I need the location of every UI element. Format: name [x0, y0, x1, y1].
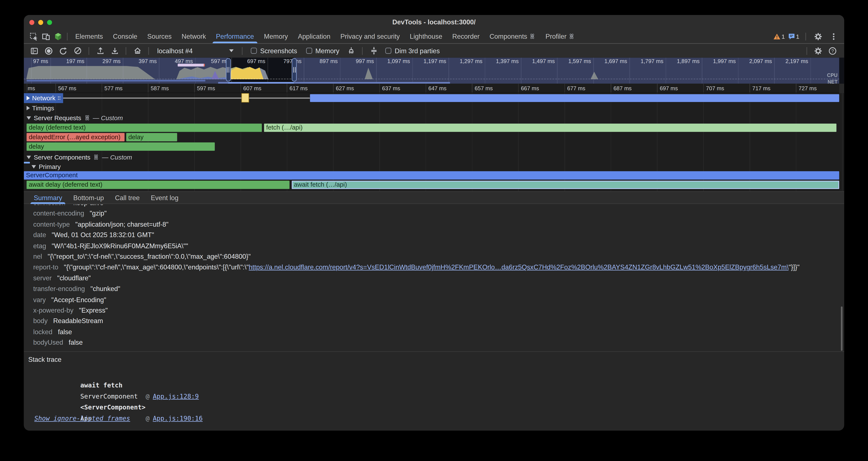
source-location-link[interactable]: App.js:128:9	[153, 392, 198, 400]
panel-tab[interactable]: Recorder	[447, 29, 485, 43]
divider	[242, 47, 243, 55]
panel-tab[interactable]: Memory	[259, 29, 293, 43]
scrollbar-thumb[interactable]	[841, 307, 843, 351]
header-row: content-type"application/json; charset=u…	[33, 220, 844, 230]
panel-tab-label: Lighthouse	[410, 32, 442, 40]
summary-pane[interactable]: connection"keep-alive" content-encoding"…	[24, 204, 844, 351]
help-icon[interactable]: ?	[827, 45, 839, 56]
detail-tabbar: SummaryBottom-upCall treeEvent log	[24, 191, 844, 204]
minimap-selection-handle[interactable]	[292, 58, 297, 82]
panel-tab[interactable]: Lighthouse	[405, 29, 447, 43]
profile-select[interactable]: localhost #4	[154, 46, 237, 55]
timing-bar[interactable]: fetch (…/api)	[264, 123, 836, 132]
detail-tab[interactable]: Event log	[145, 192, 184, 203]
header-row: bodyReadableStream	[33, 316, 844, 327]
header-key: body	[33, 317, 48, 325]
device-toolbar-icon[interactable]	[40, 30, 52, 42]
header-row: content-encoding"gzip"	[33, 209, 844, 220]
panel-tab-label: Memory	[264, 32, 288, 40]
record-icon[interactable]	[43, 45, 55, 56]
minimap-tick-label: 97 ms	[24, 58, 48, 64]
track-server-requests[interactable]: Server Requests — Custom	[24, 114, 126, 122]
timing-bar[interactable]: delay	[27, 142, 215, 151]
report-url-link[interactable]: https://a.nel.cloudflare.com/report/v4?s…	[249, 263, 789, 271]
reload-and-record-icon[interactable]	[57, 45, 69, 56]
save-profile-icon[interactable]	[108, 45, 121, 56]
track-primary[interactable]: Primary	[32, 162, 61, 171]
network-request-bar[interactable]	[59, 97, 310, 98]
panel-tab-label: Privacy and security	[340, 32, 400, 40]
minimap-tick-label: 597 ms	[197, 58, 229, 64]
collect-garbage-icon[interactable]	[345, 45, 357, 56]
minimap-selection-handle[interactable]	[226, 58, 231, 82]
load-profile-icon[interactable]	[94, 45, 106, 56]
screenshots-checkbox[interactable]: Screenshots	[248, 47, 301, 55]
minimap-tick-label: 1,297 ms	[451, 58, 483, 64]
dim-3rd-parties-checkbox[interactable]: Dim 3rd parties	[382, 47, 443, 55]
minimap-tick-label: 197 ms	[52, 58, 84, 64]
frame-function: ServerComponent	[80, 391, 146, 402]
network-request-bar[interactable]	[242, 93, 249, 103]
settings-gear-icon[interactable]	[812, 30, 824, 42]
minimap-tick-label: 297 ms	[88, 58, 120, 64]
ruler-tick-label: ms	[28, 85, 35, 91]
panel-tab[interactable]: Network	[177, 29, 211, 43]
memory-checkbox[interactable]: Memory	[303, 47, 343, 55]
source-location-link[interactable]: App.js:190:16	[153, 414, 203, 422]
warnings-badge[interactable]: 1	[773, 33, 785, 39]
react-atom-icon	[93, 154, 99, 161]
timing-bar[interactable]: delayedError (…ayed exception)	[27, 133, 124, 141]
panel-tab[interactable]: Elements	[70, 29, 108, 43]
timeline-minimap[interactable]: 97 ms197 ms297 ms397 ms497 ms597 ms697 m…	[24, 58, 844, 84]
kebab-menu-icon[interactable]	[828, 30, 840, 42]
ruler-tick-label: 717 ms	[752, 85, 770, 91]
collapse-shortcuts-icon[interactable]	[368, 45, 380, 56]
capture-settings-gear-icon[interactable]	[812, 45, 824, 56]
extension-gem-icon[interactable]	[52, 30, 64, 42]
home-icon[interactable]	[131, 45, 143, 56]
track-timings[interactable]: Timings	[24, 103, 57, 113]
component-bar[interactable]: ServerComponent	[24, 171, 839, 180]
minimap-tick-label: 1,897 ms	[668, 58, 700, 64]
ruler-tick-label: 677 ms	[567, 85, 585, 91]
warning-icon	[773, 33, 780, 39]
checkbox-icon	[306, 48, 312, 54]
timing-bar[interactable]: delay	[126, 133, 177, 141]
minimap-inner: 97 ms197 ms297 ms397 ms497 ms597 ms697 m…	[24, 58, 839, 84]
titlebar: DevTools - localhost:3000/	[24, 15, 844, 29]
clear-icon[interactable]	[71, 45, 84, 56]
toggle-sidebar-icon[interactable]	[28, 45, 40, 56]
bar-label: delayedError (…ayed exception)	[29, 134, 120, 140]
panel-tab[interactable]: Console	[108, 29, 142, 43]
header-key: connection	[33, 204, 65, 206]
detail-tab[interactable]: Bottom-up	[68, 192, 110, 203]
inspect-element-icon[interactable]	[28, 30, 40, 42]
show-ignore-listed-link[interactable]: Show ignore-listed frames	[34, 414, 130, 422]
minimap-tick-label: 2,097 ms	[740, 58, 772, 64]
header-key: content-encoding	[33, 210, 84, 218]
track-server-components[interactable]: Server Components — Custom	[24, 153, 135, 162]
network-request-bar[interactable]	[310, 94, 839, 102]
panel-tab[interactable]: Application	[293, 29, 335, 43]
header-row: nel"{\"report_to\":\"cf-nel\",\"success_…	[33, 252, 844, 262]
network-track-lane	[24, 93, 839, 103]
divider	[67, 32, 68, 40]
drag-handle-icon[interactable]	[58, 96, 60, 100]
minimap-tick-label: 897 ms	[306, 58, 338, 64]
detail-tab[interactable]: Summary	[28, 192, 68, 203]
panel-tab[interactable]: Profiler	[540, 29, 580, 43]
detail-tab[interactable]: Call tree	[110, 192, 145, 203]
track-network[interactable]: Network	[24, 93, 63, 103]
detail-tab-label: Event log	[151, 194, 179, 201]
header-value: "keep-alive"	[71, 204, 106, 206]
bar-label: fetch (…/api)	[266, 124, 303, 131]
timing-bar[interactable]: delay (deferred text)	[27, 123, 261, 132]
panel-tab[interactable]: Performance	[211, 29, 259, 43]
panel-tab[interactable]: Sources	[142, 29, 177, 43]
panel-tab[interactable]: Components	[485, 29, 540, 43]
panel-tab[interactable]: Privacy and security	[335, 29, 405, 43]
messages-badge[interactable]: 1	[788, 33, 799, 39]
component-bar[interactable]: await fetch (…/api)	[292, 181, 839, 189]
component-bar[interactable]: await delay (deferred text)	[27, 181, 289, 189]
header-value: false	[58, 328, 72, 336]
